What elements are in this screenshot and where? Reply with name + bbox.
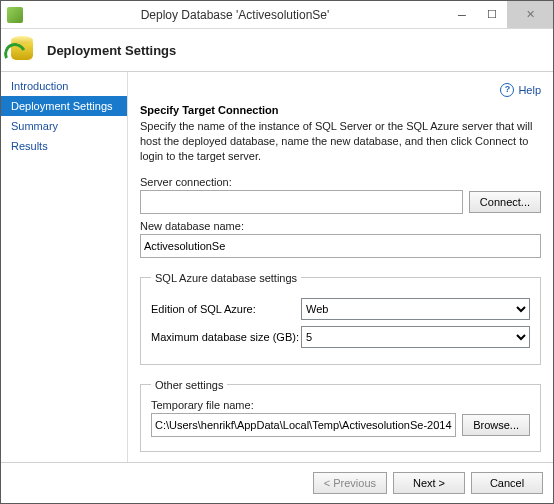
wizard-content: ? Help Specify Target Connection Specify… <box>128 72 553 462</box>
connect-button[interactable]: Connect... <box>469 191 541 213</box>
window-title: Deploy Database 'ActivesolutionSe' <box>23 8 447 22</box>
minimize-button[interactable]: ─ <box>447 1 477 28</box>
tempfile-input[interactable] <box>151 413 456 437</box>
other-legend: Other settings <box>151 379 227 391</box>
deploy-database-icon <box>7 34 39 66</box>
cancel-button[interactable]: Cancel <box>471 472 543 494</box>
window-controls: ─ ☐ ✕ <box>447 1 553 28</box>
titlebar: Deploy Database 'ActivesolutionSe' ─ ☐ ✕ <box>1 1 553 29</box>
section-title: Specify Target Connection <box>140 104 541 116</box>
wizard-header: Deployment Settings <box>1 29 553 72</box>
edition-label: Edition of SQL Azure: <box>151 303 301 315</box>
help-icon[interactable]: ? <box>500 83 514 97</box>
maxsize-select[interactable]: 5 <box>301 326 530 348</box>
new-database-label: New database name: <box>140 220 541 232</box>
help-link[interactable]: Help <box>518 84 541 96</box>
new-database-input[interactable] <box>140 234 541 258</box>
azure-legend: SQL Azure database settings <box>151 272 301 284</box>
previous-button[interactable]: < Previous <box>313 472 387 494</box>
wizard-body: Introduction Deployment Settings Summary… <box>1 72 553 462</box>
nav-deployment-settings[interactable]: Deployment Settings <box>1 96 127 116</box>
wizard-nav: Introduction Deployment Settings Summary… <box>1 72 128 462</box>
azure-settings-group: SQL Azure database settings Edition of S… <box>140 272 541 365</box>
wizard-window: Deploy Database 'ActivesolutionSe' ─ ☐ ✕… <box>0 0 554 504</box>
close-button[interactable]: ✕ <box>507 1 553 28</box>
page-title: Deployment Settings <box>47 43 176 58</box>
nav-introduction[interactable]: Introduction <box>1 76 127 96</box>
help-row: ? Help <box>140 82 541 98</box>
browse-button[interactable]: Browse... <box>462 414 530 436</box>
maxsize-label: Maximum database size (GB): <box>151 331 301 343</box>
maximize-button[interactable]: ☐ <box>477 1 507 28</box>
nav-summary[interactable]: Summary <box>1 116 127 136</box>
edition-select[interactable]: Web <box>301 298 530 320</box>
nav-results[interactable]: Results <box>1 136 127 156</box>
other-settings-group: Other settings Temporary file name: Brow… <box>140 379 541 452</box>
wizard-footer: < Previous Next > Cancel <box>1 462 553 503</box>
server-connection-input[interactable] <box>140 190 463 214</box>
next-button[interactable]: Next > <box>393 472 465 494</box>
app-icon <box>7 7 23 23</box>
server-connection-label: Server connection: <box>140 176 541 188</box>
tempfile-label: Temporary file name: <box>151 399 530 411</box>
section-description: Specify the name of the instance of SQL … <box>140 119 541 164</box>
